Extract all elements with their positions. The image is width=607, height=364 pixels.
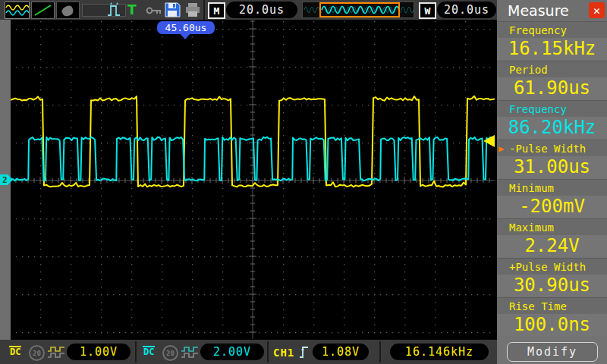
- measure-items-list: Frequency16.15kHzPeriod61.90usFrequency8…: [497, 21, 607, 337]
- measure-item-value: -200mV: [497, 196, 607, 218]
- status-bar: DC 20 1.00V DC 20 2.00V CH1 1.08V 16.146…: [0, 340, 497, 364]
- measure-item[interactable]: Maximum2.24V: [497, 218, 607, 258]
- measure-item-label: Frequency: [497, 100, 607, 117]
- measure-item[interactable]: Frequency86.20kHz: [497, 100, 607, 140]
- main-timebase-label: M: [208, 2, 225, 19]
- scope-plot: [11, 20, 495, 339]
- ch2-bandwidth-badge: 20: [162, 345, 178, 361]
- ch1-waveform-type-icon: [47, 346, 65, 359]
- key-lock-icon[interactable]: [146, 5, 162, 15]
- ch2-marker-label: 2: [2, 175, 8, 185]
- delay-tag-pointer: [180, 33, 190, 39]
- trigger-status-indicator: T: [127, 2, 137, 17]
- statusbar-divider-3: [379, 341, 381, 362]
- measure-item[interactable]: -Pulse Width▶31.00us: [497, 140, 607, 179]
- measure-item-value: 31.00us: [497, 156, 607, 178]
- measure-item-value: 100.0ns: [497, 314, 607, 336]
- window-timebase-label: W: [419, 2, 436, 19]
- selected-item-arrow-icon: ▶: [498, 140, 504, 158]
- print-icon[interactable]: [184, 2, 201, 17]
- measure-item-label: -Pulse Width▶: [497, 140, 607, 156]
- measure-item[interactable]: Frequency16.15kHz: [497, 21, 607, 61]
- main-timebase-value: 20.0us: [226, 2, 297, 18]
- measure-item-label: Minimum: [497, 179, 607, 196]
- measure-item-value: 16.15kHz: [497, 38, 607, 60]
- measure-item-value: 30.90us: [497, 275, 607, 297]
- rising-edge-icon: [299, 344, 310, 360]
- waveform-preview[interactable]: [302, 2, 414, 18]
- frequency-counter-pill: 16.146kHz: [390, 344, 489, 360]
- measure-item[interactable]: Rise Time100.0ns: [497, 297, 607, 337]
- ch1-bandwidth-badge: 20: [29, 345, 45, 361]
- measure-item-label: Maximum: [497, 218, 607, 235]
- window-timebase-value: 20.0us: [437, 2, 496, 18]
- ch2-waveform-type-icon: [181, 346, 199, 359]
- measure-item-value: 2.24V: [497, 235, 607, 257]
- ch2-coupling-indicator[interactable]: DC: [143, 346, 155, 357]
- close-icon[interactable]: ✕: [589, 2, 605, 18]
- save-floppy-icon[interactable]: [164, 2, 181, 18]
- channel-waves-icon[interactable]: [5, 2, 30, 19]
- measure-item[interactable]: +Pulse Width30.90us: [497, 258, 607, 297]
- zoom-window-region[interactable]: [319, 2, 400, 17]
- delay-time-tag[interactable]: 45.60us: [157, 21, 215, 34]
- oscilloscope-screen: T: [0, 0, 607, 364]
- measure-item-label: Rise Time: [497, 297, 607, 314]
- ch2-ground-marker[interactable]: 2: [0, 174, 14, 186]
- measure-item-label: +Pulse Width: [497, 258, 607, 275]
- ch2-scale-pill[interactable]: 2.00V: [200, 344, 264, 360]
- trigger-level-pill[interactable]: 1.08V: [313, 344, 369, 360]
- line-draw-icon[interactable]: [31, 2, 55, 19]
- trigger-level-arrow[interactable]: [483, 135, 495, 147]
- measure-item-label: Frequency: [497, 21, 607, 38]
- pulse-icon[interactable]: [106, 2, 123, 18]
- statusbar-divider: [135, 341, 137, 362]
- ch1-coupling-indicator[interactable]: DC: [9, 346, 21, 357]
- ch1-scale-pill[interactable]: 1.00V: [67, 344, 131, 360]
- measure-item[interactable]: Minimum-200mV: [497, 179, 607, 218]
- measure-item-value: 86.20kHz: [497, 117, 607, 139]
- measure-item-label: Period: [497, 61, 607, 77]
- phase-blob-icon[interactable]: [56, 2, 80, 19]
- trigger-source-label[interactable]: CH1: [273, 347, 294, 359]
- statusbar-divider-2: [267, 341, 269, 362]
- modify-button[interactable]: Modify: [507, 342, 598, 362]
- measure-item[interactable]: Period61.90us: [497, 61, 607, 100]
- toolbar-divider: [203, 0, 205, 20]
- top-toolbar: T: [0, 0, 497, 20]
- measure-item-value: 61.90us: [497, 77, 607, 99]
- waveform-display: [11, 20, 495, 339]
